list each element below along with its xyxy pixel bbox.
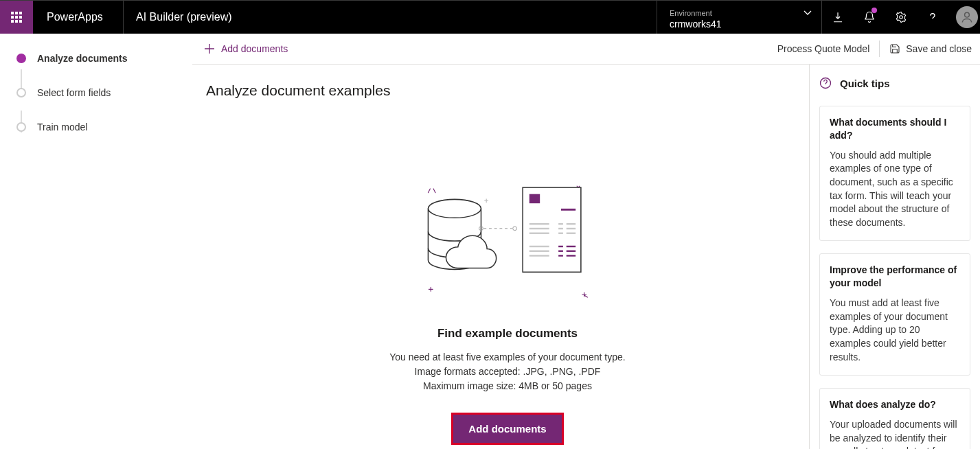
settings-button[interactable] <box>885 1 917 34</box>
hint-line: Maximum image size: 4MB or 50 pages <box>389 379 625 393</box>
download-button[interactable] <box>822 1 854 34</box>
section-title: Analyze document examples <box>206 82 809 99</box>
quick-tips-title: Quick tips <box>819 77 970 89</box>
step-label: Analyze documents <box>37 53 127 64</box>
tip-body: You should add multiple examples of one … <box>830 149 961 230</box>
add-documents-command[interactable]: Add documents <box>205 43 288 54</box>
step-train-model[interactable]: Train model <box>16 122 192 133</box>
tip-body: You must add at least five examples of y… <box>830 297 961 364</box>
save-and-close-button[interactable]: Save and close <box>880 43 977 54</box>
svg-rect-18 <box>529 251 549 252</box>
hint-line: Image formats accepted: .JPG, .PNG, .PDF <box>389 365 625 379</box>
svg-rect-22 <box>558 251 563 252</box>
waffle-icon <box>11 12 22 23</box>
save-and-close-label: Save and close <box>906 43 972 54</box>
svg-rect-11 <box>558 223 563 224</box>
environment-label: Environment <box>670 10 810 17</box>
svg-rect-8 <box>529 223 549 224</box>
save-icon <box>889 43 900 54</box>
svg-rect-17 <box>529 246 549 247</box>
tip-heading: What documents should I add? <box>830 116 961 142</box>
step-marker <box>16 122 26 132</box>
step-label: Train model <box>37 122 87 133</box>
tip-card: What documents should I add? You should … <box>819 106 970 241</box>
wizard-steps-nav: Analyze documents Select form fields Tra… <box>0 34 192 449</box>
svg-rect-23 <box>567 251 576 252</box>
tip-heading: Improve the performance of your model <box>830 264 961 290</box>
main-panel: Analyze document examples <box>192 64 809 449</box>
tip-card: What does analyze do? Your uploaded docu… <box>819 388 970 449</box>
global-header: PowerApps AI Builder (preview) Environme… <box>0 0 980 34</box>
plus-icon <box>205 44 214 54</box>
environment-name: crmworks41 <box>670 19 810 30</box>
svg-rect-15 <box>558 233 563 234</box>
svg-rect-12 <box>567 223 576 224</box>
app-launcher-button[interactable] <box>0 1 33 34</box>
chevron-down-icon <box>804 10 812 16</box>
svg-rect-25 <box>567 255 576 256</box>
svg-rect-6 <box>529 194 540 203</box>
svg-point-1 <box>965 12 970 17</box>
add-documents-label: Add documents <box>221 43 288 54</box>
product-brand[interactable]: PowerApps <box>33 1 124 34</box>
page-title: AI Builder (preview) <box>124 1 657 34</box>
empty-state-hint: You need at least five examples of your … <box>389 350 625 393</box>
step-analyze-documents[interactable]: Analyze documents <box>16 53 192 64</box>
quick-tips-label: Quick tips <box>840 78 890 89</box>
step-label: Select form fields <box>37 87 111 98</box>
notification-badge <box>871 8 877 13</box>
svg-rect-13 <box>558 228 563 229</box>
quick-tips-panel: Quick tips What documents should I add? … <box>809 64 980 449</box>
step-select-form-fields[interactable]: Select form fields <box>16 87 192 98</box>
tip-heading: What does analyze do? <box>830 398 961 411</box>
empty-state: Find example documents You need at least… <box>206 180 809 445</box>
svg-rect-9 <box>529 228 549 229</box>
user-avatar <box>956 6 978 28</box>
help-button[interactable] <box>917 1 948 34</box>
svg-point-4 <box>513 227 517 231</box>
svg-point-0 <box>900 16 903 19</box>
svg-rect-7 <box>561 209 576 211</box>
environment-picker[interactable]: Environment crmworks41 <box>657 1 821 34</box>
documents-illustration <box>418 180 597 303</box>
tip-card: Improve the performance of your model Yo… <box>819 253 970 376</box>
svg-rect-20 <box>558 246 563 247</box>
step-marker-active <box>16 54 26 63</box>
svg-rect-21 <box>567 246 576 247</box>
tip-body: Your uploaded documents will be analyzed… <box>830 418 961 449</box>
svg-point-2 <box>428 199 481 218</box>
command-bar: Add documents Process Quote Model Save a… <box>192 34 980 64</box>
svg-rect-19 <box>529 255 549 256</box>
step-marker <box>16 88 26 97</box>
add-documents-button[interactable]: Add documents <box>451 413 563 445</box>
header-actions <box>821 1 980 34</box>
notifications-button[interactable] <box>854 1 885 34</box>
svg-rect-14 <box>567 228 576 229</box>
svg-rect-24 <box>558 255 563 256</box>
account-button[interactable] <box>948 1 980 34</box>
svg-rect-16 <box>567 233 576 234</box>
hint-line: You need at least five examples of your … <box>389 350 625 365</box>
help-icon <box>819 77 832 89</box>
empty-state-title: Find example documents <box>437 327 578 341</box>
model-name-label: Process Quote Model <box>777 43 880 54</box>
svg-rect-10 <box>529 233 549 234</box>
